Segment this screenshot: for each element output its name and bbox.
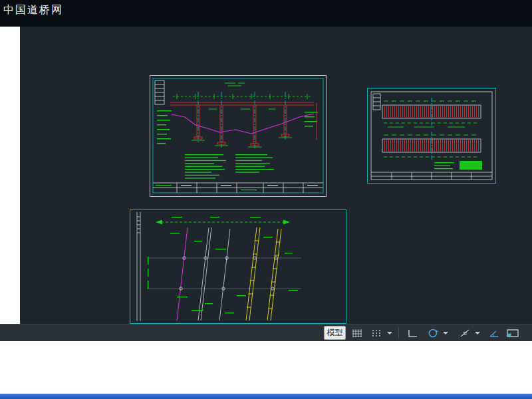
snap-dropdown-caret[interactable] [386, 326, 394, 340]
status-bar: 模型 [0, 324, 532, 341]
top-bar: 中国道桥网 [0, 0, 532, 27]
isodraft-icon [427, 328, 439, 338]
grid-display-icon [351, 328, 363, 338]
ortho-mode-icon [406, 328, 418, 338]
site-watermark: 中国道桥网 [3, 3, 63, 17]
taskbar-strip [0, 394, 532, 399]
plan-view-drawing [130, 210, 346, 323]
snap-grid-button[interactable] [368, 326, 384, 340]
bottom-area: www.cndao.com [0, 341, 532, 394]
object-snap-button[interactable] [456, 326, 473, 340]
grid-display-button[interactable] [348, 326, 365, 340]
object-snap-icon [459, 328, 471, 338]
beam-sections-drawing [368, 88, 495, 183]
angle-measure-icon [488, 328, 500, 338]
ortho-mode-button[interactable] [404, 326, 420, 340]
bridge-elevation-drawing [150, 76, 326, 196]
angle-measure-button[interactable] [485, 326, 502, 340]
isodraft-dropdown-caret[interactable] [442, 326, 450, 340]
snap-grid-icon [370, 328, 382, 338]
annotation-monitor-icon [506, 328, 521, 338]
annotation-monitor-button[interactable] [503, 326, 523, 340]
beam-sections-sheet[interactable] [367, 88, 496, 184]
object-snap-dropdown-caret[interactable] [473, 326, 481, 340]
model-tab-button[interactable]: 模型 [324, 326, 346, 340]
isodraft-button[interactable] [424, 326, 441, 340]
bridge-elevation-sheet[interactable] [150, 75, 327, 197]
plan-view-sheet[interactable] [130, 209, 346, 324]
statusbar-separator [398, 328, 399, 338]
